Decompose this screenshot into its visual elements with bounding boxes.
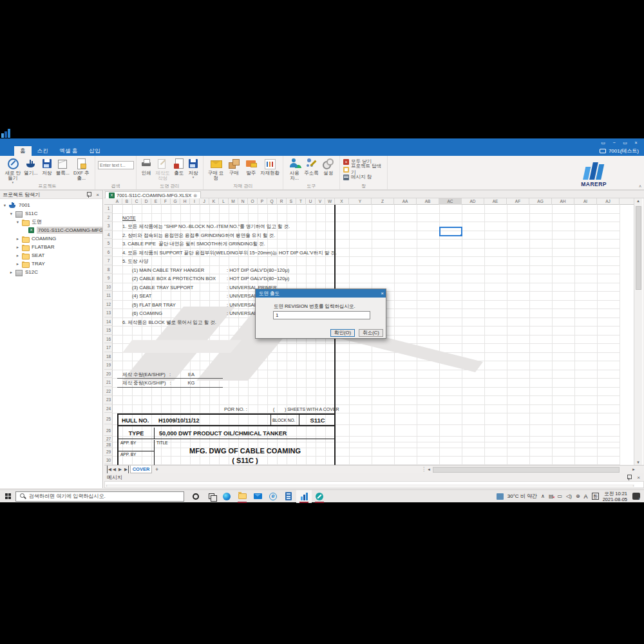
message-scrollbar[interactable]: ‹›: [106, 484, 634, 487]
tree-expander-icon[interactable]: ▸: [15, 236, 20, 242]
issue-drawing-button[interactable]: 출도: [173, 158, 185, 176]
tree-expander-icon[interactable]: ▸: [9, 270, 14, 275]
save-floppy-icon: [41, 158, 53, 169]
edge-button[interactable]: [219, 490, 234, 503]
scroll-left-icon[interactable]: ◄: [427, 466, 431, 473]
tree-expander-icon[interactable]: ▸: [15, 253, 20, 258]
save-button[interactable]: 저장: [39, 158, 54, 176]
window-shade-button[interactable]: ▭: [599, 140, 607, 146]
revision-number-input[interactable]: [273, 311, 370, 319]
add-sheet-icon[interactable]: +: [155, 466, 158, 473]
minimize-button[interactable]: −: [610, 140, 618, 146]
tree-item-TRAY[interactable]: ▸TRAY: [15, 260, 46, 268]
marerp-taskbar-button[interactable]: [296, 490, 312, 503]
horizontal-scrollbar[interactable]: ◄ ►: [426, 466, 636, 473]
tree-item-COAMING[interactable]: ▸COAMING: [15, 234, 57, 243]
open-button[interactable]: 열기...: [24, 158, 39, 176]
menu-tab-excel-home[interactable]: 엑셀 홈: [54, 146, 84, 156]
block-button[interactable]: 블록...: [55, 158, 70, 176]
tree-item-도면[interactable]: ▾도면: [15, 218, 43, 226]
maximize-button[interactable]: ▭: [621, 140, 629, 146]
first-sheet-icon[interactable]: ◀: [107, 466, 111, 473]
mail-button[interactable]: [250, 490, 265, 503]
users-button[interactable]: 사용자...: [287, 158, 302, 181]
ok-button[interactable]: 확인(O): [330, 329, 355, 337]
ribbon-group-search: 검색: [95, 156, 137, 189]
tree-expander-icon[interactable]: ▸: [15, 245, 20, 250]
project-tree[interactable]: ▾7001▾S11C▾도면7001-S11C-COAMING-MFG.XL...…: [0, 200, 102, 488]
ribbon-collapse-icon[interactable]: ˄: [639, 184, 641, 189]
pin-icon[interactable]: [86, 192, 91, 198]
volume-icon[interactable]: ◁): [566, 493, 572, 500]
taskbar-search[interactable]: 검색하려면 여기에 입력하십시오.: [15, 491, 184, 502]
tree-item-7001-S11C-COAMING-MFG.XL...[interactable]: 7001-S11C-COAMING-MFG.XL...: [22, 226, 102, 234]
tree-item-FLATBAR[interactable]: ▸FLATBAR: [15, 243, 55, 251]
dialog-close-icon[interactable]: ×: [381, 289, 384, 298]
horizontal-scroll-thumb[interactable]: [433, 467, 620, 473]
network-icon[interactable]: ▤: [549, 493, 554, 500]
new-button[interactable]: 새로 만들기▾: [3, 158, 23, 184]
vertical-scrollbar[interactable]: ▲ ▼: [634, 198, 642, 465]
tree-item-7001[interactable]: ▾7001: [3, 201, 32, 209]
ime-language-icon[interactable]: 한: [592, 493, 599, 500]
settings-button[interactable]: 설정: [321, 158, 336, 176]
start-button[interactable]: [0, 490, 15, 503]
task-view-button[interactable]: [204, 490, 219, 503]
print-button[interactable]: 인쇄: [140, 158, 153, 176]
folder-icon: [238, 493, 247, 499]
ime-mode[interactable]: A: [584, 493, 588, 500]
tree-item-label: COAMING: [30, 235, 57, 242]
pin-icon[interactable]: [627, 475, 631, 480]
project-explorer-toggle[interactable]: 프로젝트 탐색기: [343, 166, 384, 173]
globe-icon[interactable]: ⊕: [576, 493, 580, 500]
sheet-tab-cover[interactable]: COVER: [130, 466, 152, 473]
dialog-titlebar[interactable]: 도면 출도 ×: [256, 289, 386, 298]
vertical-scroll-thumb[interactable]: [636, 206, 641, 290]
close-button[interactable]: ×: [632, 140, 640, 146]
cancel-button[interactable]: 취소(C): [359, 329, 383, 337]
splitter-handle[interactable]: ⋮: [421, 466, 426, 473]
hidden-icons-chevron[interactable]: ∧: [541, 493, 545, 500]
message-window-toggle[interactable]: 메시지 창: [343, 174, 384, 180]
scroll-up-icon[interactable]: ▲: [634, 199, 642, 203]
dxf-export-button[interactable]: DXF 추출...: [71, 158, 91, 181]
cortana-button[interactable]: [188, 490, 204, 503]
titlebar[interactable]: 홈 스킨 엑셀 홈 삽입 ▭ − ▭ × 7001(테스트): [0, 138, 644, 156]
close-panel-icon[interactable]: ×: [96, 192, 99, 198]
cell-text: : HOT DIP GALV'D(80~120μ): [227, 266, 289, 275]
tree-expander-icon[interactable]: ▾: [9, 211, 14, 216]
close-panel-icon[interactable]: ×: [637, 475, 640, 480]
purchase-request-button[interactable]: 구매 요청: [207, 158, 225, 181]
drawing-save-button[interactable]: 저장▾: [187, 158, 200, 178]
menu-tab-insert[interactable]: 삽입: [83, 146, 106, 156]
folder-icon: [22, 252, 28, 258]
file-explorer-button[interactable]: [234, 490, 250, 503]
calculator-button[interactable]: [281, 490, 296, 503]
search-input[interactable]: [98, 161, 134, 169]
menu-tab-skin[interactable]: 스킨: [32, 146, 54, 156]
notification-center-icon[interactable]: 2: [632, 493, 640, 500]
tree-item-S12C[interactable]: ▸S12C: [9, 268, 39, 276]
material-status-button[interactable]: 자재현황: [260, 158, 279, 176]
scroll-right-icon[interactable]: ►: [632, 466, 636, 473]
internet-explorer-button[interactable]: e: [265, 490, 281, 503]
prev-sheet-icon[interactable]: ◀: [113, 466, 116, 473]
scroll-down-icon[interactable]: ▼: [634, 460, 642, 464]
order-button[interactable]: 발주: [243, 158, 259, 176]
menu-tab-home[interactable]: 홈: [14, 146, 32, 156]
message-panel-body[interactable]: ‹›: [104, 481, 644, 488]
document-tab-close-icon[interactable]: ⊗: [193, 193, 197, 198]
tree-item-SEAT[interactable]: ▸SEAT: [15, 251, 46, 260]
selected-cell[interactable]: [439, 227, 462, 236]
design-app-button[interactable]: [312, 490, 327, 503]
purchase-button[interactable]: 구매: [226, 158, 242, 176]
tree-item-S11C[interactable]: ▾S11C: [9, 209, 39, 218]
last-sheet-icon[interactable]: ▶: [124, 466, 129, 473]
keyboard-icon[interactable]: ▭: [558, 493, 563, 500]
tree-expander-icon[interactable]: ▸: [15, 261, 20, 267]
address-book-button[interactable]: 주소록: [303, 158, 319, 176]
next-sheet-icon[interactable]: ▶: [118, 466, 122, 473]
tree-expander-icon[interactable]: ▾: [15, 220, 20, 225]
taskbar-clock[interactable]: 오전 10:21 2021-08-05: [603, 491, 627, 502]
tree-expander-icon[interactable]: ▾: [3, 203, 7, 208]
